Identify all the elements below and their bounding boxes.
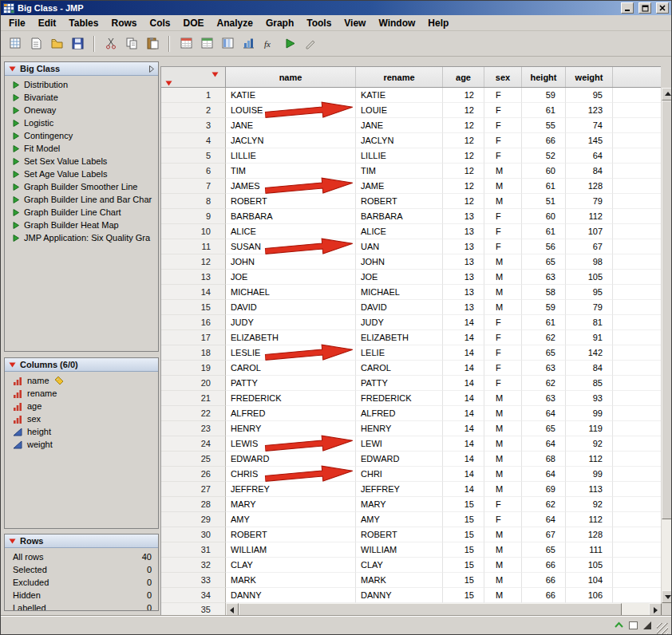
menu-item-window[interactable]: Window — [372, 16, 421, 30]
cell-name[interactable]: KATIE — [226, 88, 356, 103]
cell-sex[interactable]: M — [484, 482, 522, 497]
cell-sex[interactable]: M — [484, 406, 522, 421]
columns-menu-red-triangle-icon[interactable] — [211, 69, 219, 79]
row-number-cell[interactable]: 9 — [161, 209, 226, 224]
vertical-scrollbar[interactable] — [662, 88, 672, 603]
copy-button[interactable] — [122, 34, 141, 53]
cell-sex[interactable]: M — [484, 527, 522, 542]
row-number-cell[interactable]: 32 — [161, 558, 226, 573]
column-item-sex[interactable]: sex — [5, 412, 158, 425]
cell-name[interactable]: FREDERICK — [226, 391, 356, 406]
cell-sex[interactable]: M — [484, 573, 522, 588]
cell-rename[interactable]: MARY — [356, 497, 443, 512]
cell-age[interactable]: 14 — [443, 406, 484, 421]
cell-height[interactable]: 64 — [522, 436, 566, 452]
cell-sex[interactable]: F — [484, 133, 522, 148]
row-number-cell[interactable]: 13 — [161, 270, 226, 285]
menu-item-cols[interactable]: Cols — [143, 16, 176, 30]
row-number-cell[interactable]: 23 — [161, 421, 226, 436]
cell-weight[interactable]: 85 — [566, 376, 613, 391]
cell-sex[interactable]: M — [484, 391, 522, 406]
cell-age[interactable]: 14 — [443, 391, 484, 406]
cell-sex[interactable]: F — [484, 497, 522, 512]
script-item-8[interactable]: Graph Builder Smoother Line — [5, 180, 158, 193]
cell-height[interactable]: 59 — [522, 300, 566, 315]
scroll-right-button[interactable] — [649, 603, 662, 617]
cell-sex[interactable]: F — [484, 512, 522, 527]
scroll-up-button[interactable] — [662, 88, 672, 101]
cell-height[interactable]: 55 — [522, 118, 566, 133]
cell-age[interactable]: 13 — [443, 209, 484, 224]
cell-sex[interactable]: M — [484, 421, 522, 436]
cell-sex[interactable]: M — [484, 467, 522, 482]
row-number-cell[interactable]: 17 — [161, 330, 226, 345]
row-number-cell[interactable]: 12 — [161, 254, 226, 270]
cell-age[interactable]: 15 — [443, 558, 484, 573]
row-number-cell[interactable]: 4 — [161, 133, 226, 148]
cell-rename[interactable]: LEWI — [356, 436, 443, 452]
column-header-weight[interactable]: weight — [566, 67, 613, 87]
cell-name[interactable]: ALFRED — [226, 406, 356, 421]
maximize-button[interactable] — [638, 2, 651, 14]
rows-menu-red-triangle-icon[interactable] — [165, 78, 172, 88]
cell-sex[interactable]: F — [484, 103, 522, 118]
cell-weight[interactable]: 105 — [566, 558, 613, 573]
cell-sex[interactable]: M — [484, 254, 522, 270]
cell-name[interactable]: WILLIAM — [226, 542, 356, 558]
cell-rename[interactable]: FREDERICK — [356, 391, 443, 406]
cell-height[interactable]: 60 — [522, 164, 566, 179]
cell-rename[interactable]: DAVID — [356, 300, 443, 315]
row-number-cell[interactable]: 2 — [161, 103, 226, 118]
menu-item-help[interactable]: Help — [421, 16, 455, 30]
cell-sex[interactable]: F — [484, 361, 522, 376]
cell-sex[interactable]: F — [484, 330, 522, 345]
paste-button[interactable] — [143, 34, 162, 53]
cell-height[interactable]: 64 — [522, 467, 566, 482]
row-number-cell[interactable]: 31 — [161, 542, 226, 558]
cell-rename[interactable]: BARBARA — [356, 209, 443, 224]
script-item-1[interactable]: Bivariate — [5, 91, 158, 104]
cell-weight[interactable]: 93 — [566, 391, 613, 406]
cell-age[interactable]: 13 — [443, 285, 484, 300]
graph-builder-button[interactable] — [239, 34, 258, 53]
cell-rename[interactable]: TIM — [356, 164, 443, 179]
cell-name[interactable]: EDWARD — [226, 452, 356, 467]
cell-height[interactable]: 62 — [522, 497, 566, 512]
cell-weight[interactable]: 99 — [566, 467, 613, 482]
cell-height[interactable]: 65 — [522, 254, 566, 270]
cell-weight[interactable]: 112 — [566, 452, 613, 467]
cell-height[interactable]: 60 — [522, 209, 566, 224]
row-number-cell[interactable]: 19 — [161, 361, 226, 376]
menu-item-file[interactable]: File — [2, 16, 32, 30]
cell-name[interactable]: BARBARA — [226, 209, 356, 224]
cell-rename[interactable]: EDWARD — [356, 452, 443, 467]
column-header-height[interactable]: height — [522, 67, 566, 87]
cell-sex[interactable]: M — [484, 285, 522, 300]
cell-weight[interactable]: 64 — [566, 148, 613, 164]
cell-sex[interactable]: M — [484, 164, 522, 179]
column-header-rename[interactable]: rename — [356, 67, 443, 87]
script-item-2[interactable]: Oneway — [5, 104, 158, 116]
cell-height[interactable]: 65 — [522, 421, 566, 436]
cell-height[interactable]: 66 — [522, 133, 566, 148]
grid-corner-cell[interactable] — [161, 67, 226, 87]
cell-rename[interactable]: LILLIE — [356, 148, 443, 164]
cell-name[interactable]: AMY — [226, 512, 356, 527]
cell-age[interactable]: 14 — [443, 315, 484, 330]
cell-name[interactable]: CHRIS — [226, 467, 356, 482]
script-item-4[interactable]: Contingency — [5, 129, 158, 142]
cell-age[interactable]: 14 — [443, 467, 484, 482]
cell-name[interactable]: ALICE — [226, 224, 356, 239]
menu-item-graph[interactable]: Graph — [259, 16, 300, 30]
cell-weight[interactable]: 84 — [566, 164, 613, 179]
cell-name[interactable]: HENRY — [226, 421, 356, 436]
cell-rename[interactable]: ROBERT — [356, 527, 443, 542]
cell-weight[interactable]: 92 — [566, 436, 613, 452]
cell-age[interactable]: 12 — [443, 88, 484, 103]
cell-age[interactable]: 14 — [443, 330, 484, 345]
column-item-name[interactable]: name — [5, 374, 158, 387]
vertical-scroll-thumb[interactable] — [662, 101, 672, 519]
cell-rename[interactable]: WILLIAM — [356, 542, 443, 558]
horizontal-scrollbar[interactable] — [226, 603, 662, 617]
row-number-cell[interactable]: 20 — [161, 376, 226, 391]
